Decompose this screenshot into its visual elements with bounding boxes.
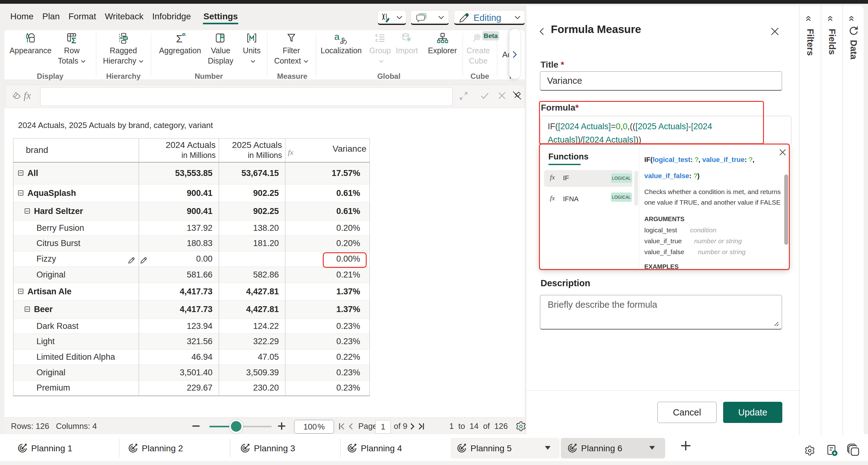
svg-text:a: a <box>334 32 340 42</box>
svg-text:Σ: Σ <box>71 36 76 44</box>
svg-text:Σ: Σ <box>176 33 183 44</box>
svg-text:あ: あ <box>340 36 348 44</box>
